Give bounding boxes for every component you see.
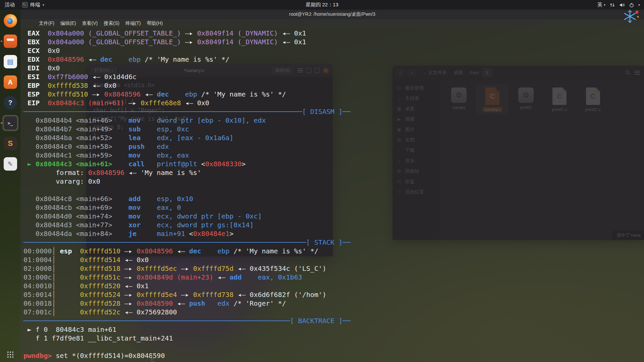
- archive-icon: [4, 35, 17, 48]
- terminal-text: edx, [eax - 0x1a6a]: [157, 134, 233, 142]
- section-header: ────────────────────────────────────────…: [23, 238, 351, 246]
- terminal-text: main+91: [157, 230, 189, 238]
- terminal-text: je: [128, 230, 137, 238]
- dock-item-notes[interactable]: ✎: [2, 156, 18, 172]
- terminal-text: >: [229, 230, 233, 238]
- menu-item[interactable]: 查看(V): [79, 20, 101, 26]
- terminal-text: [112, 230, 128, 238]
- terminal-text: [241, 273, 258, 281]
- mouse-cursor: [150, 354, 155, 362]
- terminal-text: mov: [128, 203, 141, 212]
- activities-button[interactable]: 活动: [5, 2, 15, 8]
- terminal-content[interactable]: EAX 0x804a000 (_GLOBAL_OFFSET_TABLE_) —▸…: [20, 28, 644, 362]
- terminal-line: ESI 0xf7fb6000 ◂— 0x1d4d6c: [23, 72, 644, 81]
- app-menu[interactable]: 终端 ▾: [22, 2, 44, 8]
- terminal-text: ECX: [23, 47, 48, 55]
- dock-item-software[interactable]: A: [2, 74, 18, 90]
- dock-item-writer[interactable]: ▤: [2, 54, 18, 70]
- dock-item-firefox[interactable]: [2, 13, 18, 29]
- menu-item[interactable]: 文件(F): [36, 20, 57, 26]
- terminal-text: [169, 90, 185, 98]
- terminal-text: 06:0018│: [23, 299, 56, 307]
- menu-item[interactable]: 终端(T): [122, 20, 144, 26]
- terminal-text: [141, 134, 157, 142]
- network-icon[interactable]: [610, 3, 615, 7]
- terminal-text: [56, 247, 60, 255]
- terminal-text: ◂— 0x0: [181, 99, 209, 107]
- terminal-text: /* 'My name is %s' */: [141, 55, 229, 63]
- terminal-text: [56, 273, 80, 281]
- terminal-text: 07:001c│: [23, 308, 56, 316]
- terminal-text: 0x8049f14 (_DYNAMIC): [197, 29, 278, 37]
- terminal-text: [112, 221, 128, 229]
- terminal-text: 0xffffd738: [193, 291, 233, 299]
- volume-icon[interactable]: [619, 3, 625, 7]
- terminal-text: ebp: [217, 247, 229, 255]
- terminal-menubar: 文件(F)编辑(E)查看(V)搜索(S)终端(T)帮助(H): [20, 19, 644, 28]
- terminal-icon: [22, 2, 28, 8]
- terminal-text: 0x804a000 (_GLOBAL_OFFSET_TABLE_): [48, 29, 181, 37]
- dock-item-help[interactable]: ?: [2, 95, 18, 111]
- terminal-text: EDI: [23, 64, 48, 72]
- terminal-text: [112, 203, 128, 212]
- app-menu-label: 终端: [30, 2, 40, 8]
- terminal-text: 0xffffd538: [48, 81, 88, 89]
- dock: ▤A?>_S✎: [0, 10, 20, 362]
- terminal-line: 0x80484d3 <main+77> xor ecx, dword ptr g…: [23, 221, 644, 229]
- firefox-icon: [4, 14, 17, 27]
- terminal-text: set *(0xffffd514)=0x8048590: [56, 352, 165, 360]
- terminal-text: ESI: [23, 73, 48, 81]
- menu-item[interactable]: 帮助(H): [144, 20, 166, 26]
- terminal-text: [137, 230, 157, 238]
- terminal-text: lea: [128, 134, 141, 142]
- terminal-line: 07:001c│ 0xffffd52c ◂— 0x75692800: [23, 308, 644, 316]
- terminal-text: ecx, dword ptr gs:[0x14]: [157, 221, 254, 229]
- dock-item-terminal[interactable]: >_: [2, 115, 18, 131]
- terminal-text: 0x80484ba <main+52>: [23, 134, 112, 142]
- terminal-text: [205, 299, 217, 307]
- terminal-line: 00:0000│ esp 0xffffd510 —▸ 0x8048596 ◂— …: [23, 247, 644, 255]
- terminal-text: —▸: [120, 247, 137, 255]
- terminal-text: format:: [23, 169, 88, 177]
- terminal-text: 0xf7fb6000: [48, 73, 88, 81]
- terminal-text: ◂—: [213, 273, 229, 281]
- terminal-text: ◂— 0x435f534c ('LS_C'): [233, 264, 326, 273]
- terminal-text: 0x8048330: [205, 160, 241, 168]
- terminal-text: ◂—: [173, 299, 189, 307]
- terminal-text: [112, 195, 128, 203]
- terminal-text: 0xffffd75d: [193, 264, 233, 273]
- terminal-text: —▸: [177, 264, 193, 273]
- terminal-text: 00:0000│: [23, 247, 56, 255]
- menu-item[interactable]: 搜索(S): [101, 20, 122, 26]
- terminal-line: 0x80484c0 <main+58> push edx: [23, 142, 644, 151]
- terminal-text: [112, 212, 128, 220]
- terminal-text: mov: [128, 212, 141, 220]
- terminal-line: 04:0010│ 0xffffd520 ◂— 0x1: [23, 282, 644, 290]
- dock-item-archive[interactable]: [2, 33, 18, 49]
- terminal-text: ► f 0 80484c3 main+61: [23, 325, 116, 334]
- show-applications-button[interactable]: [7, 351, 14, 358]
- menu-item[interactable]: 编辑(E): [57, 20, 79, 26]
- terminal-text: push: [128, 142, 145, 150]
- running-indicator: [1, 41, 2, 42]
- terminal-text: [145, 142, 157, 150]
- section-header: ────────────────────────────────────────…: [23, 317, 351, 325]
- terminal-titlebar[interactable]: root@YRJ: /home/xuenixiang/桌面/Pwn/3: [20, 10, 644, 19]
- terminal-text: ◂— 0x1: [120, 282, 149, 290]
- terminal-line: 03:000c│ 0xffffd51c —▸ 0x804849d (main+2…: [23, 273, 644, 282]
- terminal-text: add: [128, 195, 141, 203]
- terminal-text: [141, 151, 157, 159]
- terminal-window: root@YRJ: /home/xuenixiang/桌面/Pwn/3 文件(F…: [20, 10, 644, 362]
- terminal-text: 0x804849d (main+23): [137, 273, 213, 281]
- power-icon[interactable]: [629, 3, 634, 7]
- section-header: ────────────────────────────────────────…: [23, 108, 351, 116]
- terminal-text: 0x8048596: [88, 169, 124, 177]
- terminal-text: 0xffffd510: [80, 247, 120, 255]
- clock[interactable]: 星期四 22：13: [306, 2, 338, 8]
- terminal-text: EBX: [23, 38, 48, 46]
- terminal-text: [145, 160, 157, 168]
- terminal-text: 0x0: [48, 47, 60, 55]
- dock-item-sublime[interactable]: S: [2, 135, 18, 152]
- keyboard-layout-indicator[interactable]: 英 ▾: [597, 2, 605, 8]
- chevron-down-icon[interactable]: ▾: [638, 3, 640, 7]
